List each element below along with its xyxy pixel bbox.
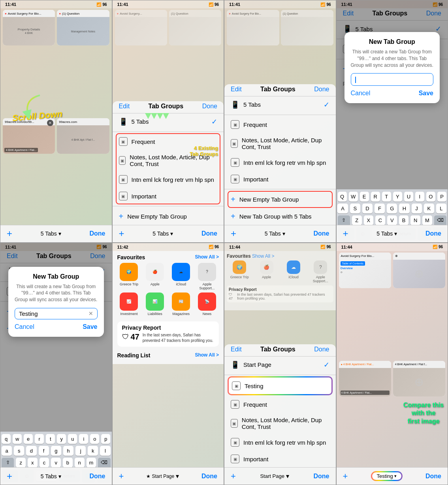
- key-V[interactable]: V: [387, 215, 397, 225]
- fav-magazines-6[interactable]: 📰 Magazines: [169, 293, 193, 316]
- done-btn-8[interactable]: Done: [425, 473, 441, 480]
- key-W[interactable]: W: [349, 192, 358, 202]
- panel-frequent-7[interactable]: ▣ Frequent: [224, 396, 336, 413]
- key-N[interactable]: N: [410, 215, 420, 225]
- testing-tab-btn-8[interactable]: Testing ▾: [371, 471, 403, 481]
- key-F[interactable]: F: [375, 204, 385, 213]
- done-btn-1[interactable]: Done: [89, 230, 105, 237]
- done-bottom-7[interactable]: Done: [313, 473, 329, 480]
- save-btn-4[interactable]: Save: [419, 90, 433, 97]
- panel-5tabs-3[interactable]: 📱 5 Tabs ✓: [224, 96, 336, 113]
- key-a[interactable]: a: [2, 446, 12, 456]
- key-J[interactable]: J: [412, 204, 422, 213]
- add-btn-8[interactable]: +: [343, 471, 348, 481]
- key-L[interactable]: L: [436, 204, 446, 213]
- tab-card-compass-8[interactable]: ⊕ ⊕: [393, 253, 445, 288]
- key-A[interactable]: A: [337, 204, 348, 213]
- panel-important-7[interactable]: ▣ Important: [224, 451, 336, 467]
- key-Q[interactable]: Q: [338, 192, 347, 202]
- fav-news-6[interactable]: 📡 News: [195, 293, 219, 316]
- key-T[interactable]: T: [382, 192, 391, 202]
- add-btn-2[interactable]: +: [119, 228, 124, 239]
- key-R[interactable]: R: [371, 192, 380, 202]
- panel-item-intn-2[interactable]: ▣ Intn eml lck forg retr vm hlp spn: [113, 171, 224, 188]
- key-U[interactable]: U: [404, 192, 413, 202]
- tab-card-4bhk2-8[interactable]: 4 BHK Apartment / Flat f... ⊕: [393, 361, 445, 396]
- fav-liabilities-6[interactable]: 📊 Liabilities: [143, 293, 167, 316]
- start-page-center-6[interactable]: ★ Start Page ▾: [146, 472, 179, 480]
- add-btn-7[interactable]: +: [231, 471, 236, 481]
- key-u[interactable]: u: [68, 434, 77, 444]
- done-bottom-2[interactable]: Done: [201, 230, 217, 237]
- panel-notes-3[interactable]: ▣ Notes, Lost Mode, Article, Dup Cont, T…: [224, 133, 336, 154]
- key-z[interactable]: z: [16, 458, 26, 468]
- key-G[interactable]: G: [387, 204, 397, 213]
- key-K[interactable]: K: [424, 204, 434, 213]
- done-btn-2[interactable]: Done: [202, 103, 217, 110]
- tab-card-1[interactable]: ● Avoid Surgery For Blo... Property Deta…: [3, 10, 55, 45]
- key-r[interactable]: r: [35, 434, 44, 444]
- key-Y[interactable]: Y: [393, 192, 402, 202]
- panel-item-important-2[interactable]: ▣ Important: [113, 188, 224, 204]
- key-l[interactable]: l: [100, 446, 110, 456]
- key-d[interactable]: d: [26, 446, 36, 456]
- panel-frequent-3[interactable]: ▣ Frequent: [224, 116, 336, 133]
- key-shift-4[interactable]: ⇧: [338, 215, 350, 225]
- key-g[interactable]: g: [51, 446, 61, 456]
- clear-input-5[interactable]: ✕: [88, 310, 93, 317]
- fav-icloud-6[interactable]: ☁ iCloud: [169, 263, 193, 290]
- key-p[interactable]: p: [101, 434, 110, 444]
- panel-start-page-7[interactable]: 📱 Start Page ✓: [224, 357, 336, 373]
- key-delete-4[interactable]: ⌫: [434, 215, 446, 225]
- key-b[interactable]: b: [63, 458, 73, 468]
- fav-apple-6[interactable]: 🍎 Apple: [143, 263, 167, 290]
- tab-card-2[interactable]: ● (1) Question Management Notes: [57, 10, 109, 45]
- panel-new-5tabs-3[interactable]: + New Tab Group with 5 Tabs: [224, 208, 336, 225]
- key-o[interactable]: o: [90, 434, 99, 444]
- key-S[interactable]: S: [350, 204, 360, 213]
- key-j[interactable]: j: [75, 446, 86, 456]
- key-delete-5[interactable]: ⌫: [98, 458, 110, 468]
- key-v[interactable]: v: [51, 458, 61, 468]
- key-i[interactable]: i: [79, 434, 88, 444]
- key-D[interactable]: D: [362, 204, 373, 213]
- tab-count-center-2[interactable]: 5 Tabs▾: [152, 230, 173, 237]
- fav-greece-6[interactable]: 🌍 Greece Trip: [117, 263, 141, 290]
- fav-support-6[interactable]: ? Apple Support...: [195, 263, 219, 290]
- dialog-input-4[interactable]: [351, 73, 434, 86]
- key-X[interactable]: X: [364, 215, 374, 225]
- key-f[interactable]: f: [39, 446, 49, 456]
- key-E[interactable]: E: [360, 192, 369, 202]
- key-M[interactable]: M: [422, 215, 432, 225]
- key-k[interactable]: k: [88, 446, 98, 456]
- tab-count-1[interactable]: 5 Tabs ▾: [41, 230, 61, 237]
- edit-btn-7[interactable]: Edit: [231, 346, 242, 353]
- edit-btn-3[interactable]: Edit: [231, 86, 242, 93]
- tab-card-3[interactable]: ✕ 99acres.com/do/99... 4 BHK Apartment /…: [3, 118, 55, 154]
- tab-card-4bhk1-8[interactable]: ● 4 BHK Apartment / Flat... 4 BHK Apartm…: [339, 361, 391, 396]
- key-x[interactable]: x: [28, 458, 38, 468]
- cancel-btn-5[interactable]: Cancel: [15, 323, 34, 330]
- testing-input-5[interactable]: Testing ✕: [15, 308, 98, 319]
- key-C[interactable]: C: [375, 215, 385, 225]
- tab-card-4[interactable]: 99acres.com 4 BHK Apt / Flat f...: [57, 118, 109, 154]
- key-s[interactable]: s: [14, 446, 24, 456]
- panel-item-5tabs-2[interactable]: 📱 5 Tabs ✓: [113, 113, 224, 130]
- key-shift-5[interactable]: ⇧: [2, 458, 14, 468]
- key-e[interactable]: e: [24, 434, 33, 444]
- key-n[interactable]: n: [75, 458, 85, 468]
- done-btn-7[interactable]: Done: [314, 346, 329, 353]
- key-P[interactable]: P: [437, 192, 446, 202]
- panel-important-3[interactable]: ▣ Important: [224, 171, 336, 187]
- testing-item-7[interactable]: ▣ Testing: [228, 376, 333, 395]
- key-m[interactable]: m: [87, 458, 96, 468]
- key-B[interactable]: B: [399, 215, 409, 225]
- add-tab-btn-1[interactable]: +: [7, 228, 12, 239]
- add-btn-6[interactable]: +: [119, 471, 124, 481]
- done-btn-6[interactable]: Done: [201, 473, 217, 480]
- panel-new-empty-2[interactable]: + New Empty Tab Group: [113, 208, 224, 225]
- panel-notes-7[interactable]: ▣ Notes, Lost Mode, Article, Dup Cont, T…: [224, 413, 336, 434]
- save-btn-5[interactable]: Save: [83, 323, 97, 330]
- done-btn-3[interactable]: Done: [314, 86, 329, 93]
- key-t[interactable]: t: [46, 434, 55, 444]
